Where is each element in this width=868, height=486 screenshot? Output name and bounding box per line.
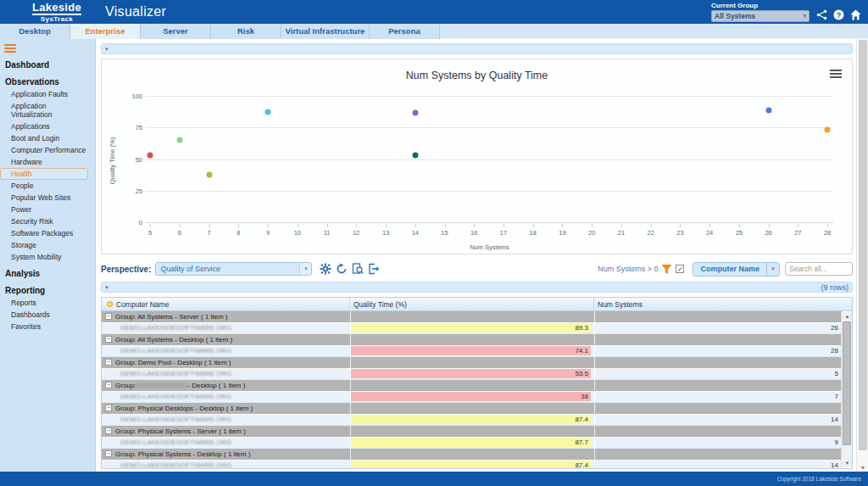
table-body: −Group: All Systems - Server ( 1 item )D… — [102, 311, 842, 469]
sidebar-item-applications[interactable]: Applications — [0, 120, 88, 132]
column-header-computer-name[interactable]: Computer Name — [102, 298, 350, 310]
share-icon[interactable] — [816, 9, 827, 20]
collapse-minus-icon[interactable]: − — [105, 450, 112, 457]
table-group-row[interactable]: −Group: HORIZONDEMO - Desktop ( 1 item ) — [102, 380, 842, 392]
collapse-minus-icon[interactable]: − — [105, 382, 112, 388]
collapse-minus-icon[interactable]: − — [105, 336, 112, 343]
scroll-up-icon[interactable]: ▲ — [842, 312, 853, 321]
tab-server[interactable]: Server — [141, 24, 211, 39]
sidebar-item-system-mobility[interactable]: System Mobility — [0, 251, 88, 263]
sidebar-section-reporting[interactable]: Reporting — [0, 280, 95, 297]
table-group-row[interactable]: −Group: Physical Systems - Server ( 1 it… — [102, 426, 842, 438]
y-axis-label: Quality Time (%) — [108, 126, 116, 194]
column-header-quality-time[interactable]: Quality Time (%) — [350, 298, 594, 310]
tab-enterprise[interactable]: Enterprise — [70, 24, 141, 39]
sidebar-section-dashboard[interactable]: Dashboard — [0, 54, 95, 71]
help-icon[interactable]: ? — [833, 9, 844, 20]
quality-value: 87.4 — [351, 461, 591, 469]
table-group-row[interactable]: −Group: All Systems - Desktop ( 1 item ) — [102, 334, 842, 346]
group-by-select[interactable]: Computer Name ▾ — [693, 262, 780, 277]
page-scrollbar[interactable]: ▼ — [856, 39, 868, 472]
page-scrollbar-thumb[interactable] — [859, 40, 867, 450]
menu-icon[interactable] — [4, 44, 18, 53]
sidebar-item-health[interactable]: Health — [0, 168, 88, 180]
data-point-9-87.7[interactable] — [265, 109, 271, 115]
search-input[interactable] — [785, 262, 853, 276]
filter-funnel-icon[interactable] — [661, 264, 672, 275]
scroll-down-icon[interactable]: ▼ — [857, 465, 868, 471]
row-count-badge: (9 rows) — [821, 283, 849, 292]
quality-value: 89.3 — [351, 323, 591, 332]
chart-title: Num Systems by Quality Time — [102, 70, 852, 81]
table-row[interactable]: DEMO-LAKESIDESOFTWARE.ORG53.55 — [102, 369, 842, 381]
table-row[interactable]: DEMO-LAKESIDESOFTWARE.ORG387 — [102, 392, 842, 404]
quality-cell — [350, 403, 594, 414]
sidebar-item-favorites[interactable]: Favorites — [0, 321, 88, 332]
export-icon[interactable] — [367, 263, 380, 276]
table-group-row[interactable]: −Group: All Systems - Server ( 1 item ) — [102, 311, 842, 323]
settings-icon[interactable] — [319, 263, 331, 276]
num-systems-cell: 9 — [594, 438, 842, 449]
sidebar-item-application-faults[interactable]: Application Faults — [0, 88, 88, 100]
filter-checkbox[interactable]: ✓ — [676, 265, 684, 273]
x-tick-15: 15 — [441, 229, 448, 237]
tab-virtual-infrastructure[interactable]: Virtual Infrastructure — [281, 24, 370, 39]
sidebar-item-dashboards[interactable]: Dashboards — [0, 309, 88, 321]
chevron-down-icon: ▾ — [766, 263, 779, 276]
x-tick-19: 19 — [559, 229, 565, 237]
column-header-num-systems[interactable]: Num Systems — [594, 298, 852, 310]
computer-name-cell: DEMO-LAKESIDESOFTWARE.ORG — [102, 369, 350, 380]
collapse-minus-icon[interactable]: − — [105, 427, 112, 434]
sidebar-item-people[interactable]: People — [0, 180, 88, 192]
scroll-down-icon[interactable]: ▼ — [842, 459, 853, 467]
sidebar-item-security-risk[interactable]: Security Risk — [0, 215, 88, 227]
tab-persona[interactable]: Persona — [370, 24, 440, 39]
table-group-row[interactable]: −Group: Physical Systems - Desktop ( 1 i… — [102, 449, 842, 461]
home-icon[interactable] — [850, 9, 861, 20]
data-point-6-66[interactable] — [176, 137, 182, 142]
preview-icon[interactable] — [351, 263, 364, 276]
sidebar-item-power[interactable]: Power — [0, 204, 88, 215]
sidebar-item-reports[interactable]: Reports — [0, 297, 88, 309]
sidebar-item-hardware[interactable]: Hardware — [0, 156, 88, 168]
collapse-minus-icon[interactable]: − — [105, 313, 112, 320]
sidebar-section-observations[interactable]: Observations — [0, 71, 95, 88]
sidebar-item-computer-performance[interactable]: Computer Performance — [0, 144, 88, 156]
tab-desktop[interactable]: Desktop — [0, 24, 70, 39]
table-row[interactable]: DEMO-LAKESIDESOFTWARE.ORG87.79 — [102, 438, 842, 450]
tab-risk[interactable]: Risk — [211, 24, 281, 39]
scrollbar-thumb[interactable] — [843, 321, 851, 445]
refresh-icon[interactable] — [335, 263, 348, 276]
sidebar-item-software-packages[interactable]: Software Packages — [0, 227, 88, 239]
table-row[interactable]: DEMO-LAKESIDESOFTWARE.ORG89.326 — [102, 323, 842, 335]
collapse-minus-icon[interactable]: − — [105, 405, 112, 411]
sidebar-item-popular-web-sites[interactable]: Popular Web Sites — [0, 192, 88, 204]
chart-menu-icon[interactable] — [830, 70, 842, 80]
table-collapse-bar[interactable]: ▾ (9 rows) — [101, 282, 853, 293]
table-row[interactable]: DEMO-LAKESIDESOFTWARE.ORG87.414 — [102, 461, 842, 470]
chart-collapse-bar[interactable]: ▾ — [101, 43, 853, 54]
sidebar-item-application-virtualization[interactable]: Application Virtualization — [0, 100, 88, 120]
data-point-26-89.3[interactable] — [765, 107, 771, 113]
perspective-select[interactable]: Quality of Service ▾ — [155, 262, 312, 276]
sidebar-item-boot-and-login[interactable]: Boot and Login — [0, 132, 88, 144]
collapse-minus-icon[interactable]: − — [105, 359, 112, 366]
page-title: Visualizer — [105, 4, 166, 20]
data-point-5-53.5[interactable] — [147, 153, 153, 159]
sidebar-item-storage[interactable]: Storage — [0, 239, 88, 251]
data-point-28-74.1[interactable] — [825, 126, 831, 132]
num-systems-cell — [594, 449, 842, 460]
x-tickmark-28 — [827, 224, 828, 227]
table-row[interactable]: DEMO-LAKESIDESOFTWARE.ORG74.128 — [102, 346, 842, 358]
current-group-select[interactable]: All Systems ▾ — [711, 10, 810, 22]
data-point-14-54[interactable] — [412, 152, 418, 158]
sidebar-section-analysis[interactable]: Analysis — [0, 263, 95, 280]
quality-cell — [350, 426, 594, 437]
results-table: Computer Name Quality Time (%) Num Syste… — [101, 297, 853, 469]
table-group-row[interactable]: −Group: Demo Pool - Desktop ( 1 item ) — [102, 357, 842, 369]
data-point-14-87.4[interactable] — [412, 109, 418, 115]
table-row[interactable]: DEMO-LAKESIDESOFTWARE.ORG87.414 — [102, 415, 842, 427]
data-point-7-38[interactable] — [206, 172, 212, 178]
table-scrollbar[interactable]: ▲ ▼ — [841, 312, 852, 467]
table-group-row[interactable]: −Group: Physical Desktops - Desktop ( 1 … — [102, 403, 842, 415]
